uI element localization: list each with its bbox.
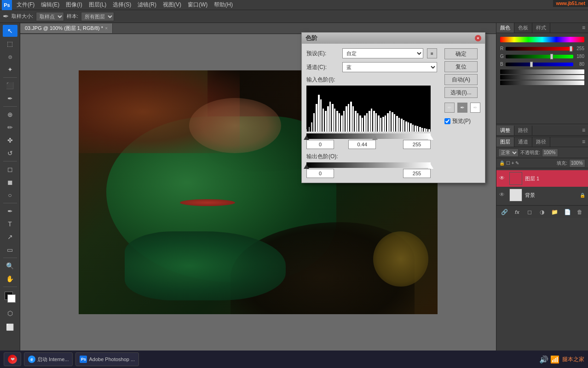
channel-red-slider[interactable]: [506, 47, 573, 51]
tool-dodge[interactable]: ○: [3, 189, 17, 201]
tool-eyedropper[interactable]: ✒: [3, 92, 17, 104]
output-black-handle[interactable]: [304, 164, 309, 169]
tool-crop[interactable]: ⬛: [3, 80, 17, 92]
tool-screen-mode[interactable]: ⬜: [3, 321, 17, 333]
tab-close-button[interactable]: ×: [105, 26, 108, 31]
new-group-button[interactable]: 📁: [550, 207, 560, 217]
menu-edit[interactable]: 编辑(E): [38, 0, 62, 10]
eyedropper-gray[interactable]: ✒: [457, 103, 467, 113]
taskbar-start[interactable]: ❤: [4, 352, 21, 366]
link-layers-button[interactable]: 🔗: [500, 207, 510, 217]
tab-styles[interactable]: 样式: [532, 23, 550, 33]
channel-select[interactable]: 蓝 红 绿 RGB: [342, 62, 437, 72]
tab-swatches[interactable]: 色板: [514, 23, 532, 33]
tool-shape[interactable]: ▭: [3, 244, 17, 256]
input-levels-slider[interactable]: [306, 133, 431, 139]
levels-main: 预设(E): 自定 ≡ 通道(C): 蓝 红 绿 RGB: [306, 48, 480, 178]
new-adjustment-button[interactable]: ◑: [537, 207, 547, 217]
tab-path[interactable]: 路径: [514, 126, 532, 135]
input-mid-handle[interactable]: [372, 135, 378, 140]
tool-path-select[interactable]: ↗: [3, 231, 17, 243]
svg-rect-24: [362, 118, 363, 132]
tool-hand[interactable]: ✋: [3, 273, 17, 285]
tab-adjust[interactable]: 调整: [496, 126, 514, 135]
tool-eraser[interactable]: ◻: [3, 163, 17, 175]
tool-clone[interactable]: ✤: [3, 134, 17, 146]
eyedropper-black[interactable]: ✒: [444, 103, 455, 113]
tool-history-brush[interactable]: ↺: [3, 147, 17, 159]
svg-rect-36: [389, 111, 391, 132]
output-levels-slider[interactable]: [306, 162, 431, 168]
menu-file[interactable]: 文件(F): [14, 0, 37, 10]
add-mask-button[interactable]: ◻: [525, 207, 535, 217]
new-layer-button[interactable]: 📄: [562, 207, 572, 217]
eyedropper-white[interactable]: ✒: [470, 103, 480, 113]
input-white-handle[interactable]: [428, 135, 433, 140]
menu-items: 文件(F) 编辑(E) 图像(I) 图层(L) 选择(S) 滤镜(R) 视图(V…: [14, 0, 236, 10]
tab-paths2[interactable]: 路径: [532, 137, 550, 147]
delete-layer-button[interactable]: 🗑: [575, 207, 585, 217]
adjust-panel-menu[interactable]: ≡: [579, 126, 588, 135]
svg-rect-50: [421, 128, 423, 132]
color-spectrum-bar[interactable]: [500, 37, 584, 42]
reset-button[interactable]: 复位: [444, 61, 478, 72]
tool-zoom[interactable]: 🔍: [3, 260, 17, 272]
channel-green-slider[interactable]: [506, 55, 573, 58]
levels-close-button[interactable]: ×: [475, 35, 481, 41]
tool-heal[interactable]: ⊕: [3, 109, 17, 121]
input-black-value[interactable]: 0: [306, 140, 334, 149]
fill-input[interactable]: [569, 159, 585, 167]
tool-brush[interactable]: ✏: [3, 121, 17, 133]
taskbar: ❤ e 启动 Interne... Ps Adobe Photoshop ...…: [0, 351, 588, 368]
menu-view[interactable]: 视图(V): [160, 0, 184, 10]
tab-layers[interactable]: 图层: [496, 137, 514, 147]
menu-window[interactable]: 窗口(W): [185, 0, 210, 10]
add-style-button[interactable]: fx: [512, 207, 522, 217]
preset-menu-button[interactable]: ≡: [427, 48, 437, 58]
preview-checkbox[interactable]: [444, 118, 450, 124]
output-black-value[interactable]: 0: [306, 169, 334, 178]
input-mid-value[interactable]: 0.44: [348, 140, 376, 149]
channel-blue-slider[interactable]: [506, 63, 573, 66]
taskbar-ie[interactable]: e 启动 Interne...: [24, 352, 73, 366]
layer-item-1[interactable]: 👁 图层 1: [496, 170, 588, 187]
opacity-input[interactable]: [542, 149, 558, 157]
menu-image[interactable]: 图像(I): [63, 0, 85, 10]
sample-select[interactable]: 所有图层: [81, 12, 114, 21]
layers-panel-menu[interactable]: ≡: [579, 137, 588, 147]
svg-rect-10: [329, 102, 331, 132]
taskbar-ps[interactable]: Ps Adobe Photoshop ...: [75, 352, 139, 366]
tool-text[interactable]: T: [3, 218, 17, 230]
layer-name-1: 图层 1: [525, 175, 585, 182]
layer-visibility-bg[interactable]: 👁: [499, 191, 507, 199]
menu-help[interactable]: 帮助(H): [211, 0, 236, 10]
menu-filter[interactable]: 滤镜(R): [135, 0, 159, 10]
tab-color[interactable]: 颜色: [496, 23, 514, 33]
output-white-handle[interactable]: [428, 164, 433, 169]
color-swatches[interactable]: [3, 291, 17, 305]
tool-lasso[interactable]: ⌾: [3, 51, 17, 63]
tool-marquee[interactable]: ⬚: [3, 38, 17, 50]
tool-magic-wand[interactable]: ✦: [3, 63, 17, 75]
tool-size-select[interactable]: 取样点: [36, 12, 64, 21]
layer-visibility-1[interactable]: 👁: [499, 175, 507, 182]
menu-bar: Ps 文件(F) 编辑(E) 图像(I) 图层(L) 选择(S) 滤镜(R) 视…: [0, 0, 588, 10]
blend-mode-select[interactable]: 正常: [498, 149, 519, 157]
options-button[interactable]: 选项(I)...: [444, 87, 478, 98]
tab-channels2[interactable]: 通道: [514, 137, 532, 147]
tool-quick-mask[interactable]: ⬡: [3, 307, 17, 319]
tool-move[interactable]: ↖: [3, 25, 17, 37]
output-white-value[interactable]: 255: [403, 169, 431, 178]
layer-item-bg[interactable]: 👁 背景 🔒: [496, 187, 588, 203]
tool-gradient[interactable]: ◼: [3, 176, 17, 188]
menu-layer[interactable]: 图层(L): [86, 0, 110, 10]
menu-select[interactable]: 选择(S): [110, 0, 134, 10]
input-white-value[interactable]: 255: [403, 140, 431, 149]
auto-button[interactable]: 自动(A): [444, 74, 478, 85]
ok-button[interactable]: 确定: [444, 48, 478, 59]
tool-pen[interactable]: ✒: [3, 205, 17, 217]
preset-select[interactable]: 自定: [342, 48, 423, 58]
document-tab[interactable]: 03.JPG @ 100% (图层 1, RGB/8) * ×: [20, 23, 113, 33]
input-black-handle[interactable]: [304, 135, 309, 140]
panel-menu-icon[interactable]: ≡: [579, 23, 588, 33]
